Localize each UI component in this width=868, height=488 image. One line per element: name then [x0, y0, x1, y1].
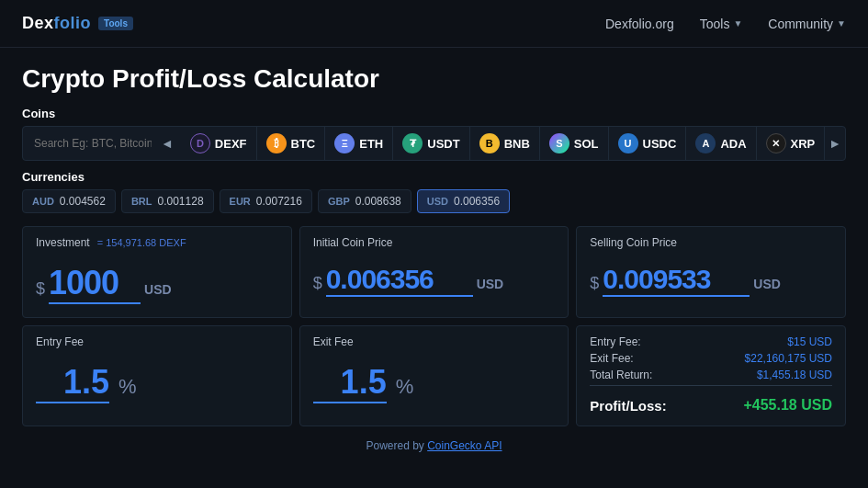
- coin-dexf-label: DEXF: [215, 137, 247, 151]
- calc-bottom-row: Entry Fee % Exit Fee % Entry Fee: $15 US…: [22, 325, 846, 426]
- coin-bnb[interactable]: B BNB: [470, 127, 540, 160]
- bnb-icon: B: [479, 133, 500, 153]
- profit-loss-label: Profit/Loss:: [590, 398, 666, 414]
- coins-prev-button[interactable]: ◄: [157, 136, 177, 151]
- initial-price-value-row: $ USD: [313, 264, 556, 297]
- coins-next-button[interactable]: ►: [825, 136, 845, 151]
- coins-row: ◄ D DEXF ₿ BTC Ξ ETH ₮ USDT B BNB S SOL …: [22, 126, 846, 161]
- exit-fee-input[interactable]: [313, 363, 387, 403]
- coin-xrp-label: XRP: [791, 137, 816, 151]
- usdt-icon: ₮: [402, 133, 423, 153]
- tools-badge: Tools: [98, 17, 133, 30]
- ada-icon: A: [695, 133, 716, 153]
- chevron-down-icon: ▼: [733, 18, 742, 28]
- currency-brl[interactable]: BRL 0.001128: [121, 189, 214, 213]
- chevron-down-icon: ▼: [837, 18, 846, 28]
- coin-usdc-label: USDC: [643, 137, 677, 151]
- profit-loss-divider: [590, 385, 832, 392]
- investment-card: Investment = 154,971.68 DEXF $ USD: [22, 226, 292, 318]
- coin-usdt-label: USDT: [427, 137, 459, 151]
- selling-price-card: Selling Coin Price $ USD: [576, 226, 846, 318]
- exit-fee-unit: %: [396, 375, 414, 399]
- coin-dexf[interactable]: D DEXF: [181, 127, 257, 160]
- selling-price-label: Selling Coin Price: [590, 236, 832, 249]
- currency-eur[interactable]: EUR 0.007216: [220, 189, 312, 213]
- selling-price-currency: USD: [753, 277, 781, 291]
- entry-fee-summary-value: $15 USD: [787, 335, 832, 348]
- total-return-value: $1,455.18 USD: [757, 369, 832, 381]
- coin-ada[interactable]: A ADA: [686, 127, 756, 160]
- coin-usdc[interactable]: U USDC: [609, 127, 687, 160]
- coingecko-link[interactable]: CoinGecko API: [427, 439, 502, 452]
- selling-price-value-row: $ USD: [590, 264, 832, 297]
- currency-aud[interactable]: AUD 0.004562: [22, 189, 116, 213]
- dexf-icon: D: [190, 133, 210, 153]
- investment-input[interactable]: [49, 264, 141, 304]
- investment-sub: = 154,971.68 DEXF: [97, 237, 186, 248]
- btc-icon: ₿: [266, 133, 287, 153]
- exit-fee-summary-row: Exit Fee: $22,160,175 USD: [590, 352, 832, 365]
- exit-fee-label: Exit Fee: [313, 335, 556, 348]
- eth-icon: Ξ: [334, 133, 355, 153]
- profit-loss-value: +455.18 USD: [743, 397, 832, 414]
- currency-gbp[interactable]: GBP 0.008638: [318, 189, 411, 213]
- entry-fee-label: Entry Fee: [36, 335, 278, 348]
- initial-price-currency: USD: [477, 277, 504, 291]
- selling-price-input[interactable]: [603, 264, 750, 297]
- exit-fee-summary-label: Exit Fee:: [590, 352, 633, 365]
- entry-fee-summary-label: Entry Fee:: [590, 335, 640, 348]
- xrp-icon: ✕: [766, 133, 786, 153]
- header: Dexfolio Tools Dexfolio.org Tools ▼ Comm…: [0, 0, 868, 48]
- exit-fee-value-row: %: [313, 363, 556, 403]
- entry-fee-summary-row: Entry Fee: $15 USD: [590, 335, 832, 348]
- coin-eth[interactable]: Ξ ETH: [325, 127, 393, 160]
- investment-label: Investment = 154,971.68 DEXF: [36, 236, 278, 249]
- initial-price-input[interactable]: [326, 264, 473, 297]
- total-return-summary-row: Total Return: $1,455.18 USD: [590, 369, 832, 381]
- coin-sol[interactable]: S SOL: [540, 127, 609, 160]
- total-return-label: Total Return:: [590, 369, 652, 381]
- coin-btc[interactable]: ₿ BTC: [257, 127, 326, 160]
- main-content: Crypto Profit/Loss Calculator Coins ◄ D …: [0, 48, 868, 461]
- entry-fee-value-row: %: [36, 363, 278, 403]
- nav-community[interactable]: Community ▼: [768, 17, 846, 31]
- investment-currency: USD: [144, 282, 172, 297]
- coin-btc-label: BTC: [291, 137, 316, 151]
- calc-top-row: Investment = 154,971.68 DEXF $ USD Initi…: [22, 226, 846, 318]
- coin-bnb-label: BNB: [504, 137, 530, 151]
- logo: Dexfolio: [22, 14, 91, 33]
- initial-price-dollar: $: [313, 274, 322, 293]
- selling-price-dollar: $: [590, 274, 599, 293]
- coin-eth-label: ETH: [359, 137, 383, 151]
- profit-loss-row: Profit/Loss: +455.18 USD: [590, 397, 832, 414]
- currencies-row: AUD 0.004562 BRL 0.001128 EUR 0.007216 G…: [22, 189, 846, 213]
- search-input[interactable]: [28, 137, 157, 150]
- coin-ada-label: ADA: [720, 137, 746, 151]
- footer-text: Powered by: [366, 439, 427, 452]
- coin-usdt[interactable]: ₮ USDT: [393, 127, 469, 160]
- investment-dollar: $: [36, 279, 45, 299]
- currencies-label: Currencies: [22, 170, 846, 184]
- coin-sol-label: SOL: [574, 137, 599, 151]
- entry-fee-unit: %: [118, 375, 137, 399]
- sol-icon: S: [549, 133, 569, 153]
- currency-usd[interactable]: USD 0.006356: [417, 189, 510, 213]
- entry-fee-input[interactable]: [36, 363, 109, 403]
- usdc-icon: U: [618, 133, 638, 153]
- investment-value-row: $ USD: [36, 264, 278, 304]
- initial-price-card: Initial Coin Price $ USD: [299, 226, 569, 318]
- header-nav: Dexfolio.org Tools ▼ Community ▼: [605, 17, 846, 31]
- exit-fee-card: Exit Fee %: [299, 325, 569, 426]
- page-title: Crypto Profit/Loss Calculator: [22, 64, 846, 94]
- initial-price-label: Initial Coin Price: [313, 236, 556, 249]
- coin-xrp[interactable]: ✕ XRP: [757, 127, 826, 160]
- header-left: Dexfolio Tools: [22, 14, 133, 33]
- nav-dexfolio[interactable]: Dexfolio.org: [605, 17, 674, 31]
- footer: Powered by CoinGecko API: [22, 439, 846, 461]
- coins-label: Coins: [22, 107, 846, 120]
- summary-card: Entry Fee: $15 USD Exit Fee: $22,160,175…: [576, 325, 846, 426]
- entry-fee-card: Entry Fee %: [22, 325, 292, 426]
- nav-tools[interactable]: Tools ▼: [700, 17, 743, 31]
- exit-fee-summary-value: $22,160,175 USD: [745, 352, 832, 365]
